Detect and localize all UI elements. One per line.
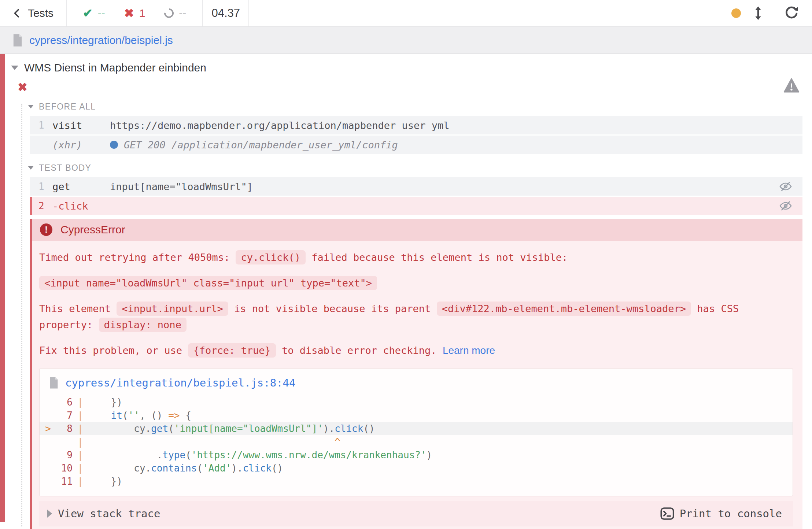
command-message: GET 200 /application/mapbender_user_yml/… (110, 139, 802, 151)
learn-more-link[interactable]: Learn more (443, 345, 495, 356)
error-block: ! CypressError Timed out retrying after … (30, 219, 802, 529)
command-message: input[name="loadWmsUrl"] (110, 181, 802, 192)
suite-title-row[interactable]: WMS Dienst in Mapbender einbinden (0, 60, 812, 76)
command-number: 1 (38, 120, 52, 131)
line-number: 8 (56, 423, 73, 434)
code-snippet: 6| })7| it('', () => {>8| cy.get('input[… (40, 396, 793, 488)
refresh-icon[interactable] (784, 6, 799, 21)
command-number: 2 (38, 200, 52, 211)
code-content: }) (88, 476, 122, 487)
code-chip: cy.click() (236, 250, 306, 264)
code-line: | ^ (40, 435, 793, 448)
line-number: 10 (56, 463, 73, 474)
guide-dotted-line (21, 104, 22, 526)
test-result-row: ✖ (0, 79, 812, 95)
passed-count: -- (98, 7, 105, 19)
test-stats: ✔ -- ✖ 1 -- (67, 0, 203, 26)
back-label: Tests (28, 7, 53, 19)
spec-file-bar: cypress/integration/beispiel.js (0, 27, 812, 54)
status-dot (731, 8, 741, 18)
caret-marker: ^ (88, 436, 340, 447)
line-number: 7 (56, 410, 73, 421)
xhr-status-dot (110, 141, 118, 149)
section-label: TEST BODY (39, 163, 91, 173)
code-line: 10| cy.contains('Add').click() (40, 462, 793, 475)
failed-stat[interactable]: ✖ 1 (124, 7, 145, 19)
warning-triangle-icon (783, 78, 800, 94)
view-stack-trace-toggle[interactable]: View stack trace (58, 507, 160, 520)
top-toolbar: Tests ✔ -- ✖ 1 -- 04.37 (0, 0, 812, 27)
code-line: 11| }) (40, 475, 793, 488)
error-exclamation-icon: ! (40, 223, 52, 236)
passed-stat[interactable]: ✔ -- (83, 7, 105, 19)
command-row[interactable]: 1visithttps://demo.mapbender.org/applica… (30, 116, 802, 134)
spinner-icon (162, 7, 176, 20)
line-number: 9 (56, 450, 73, 460)
error-paragraph: <input name="loadWmsUrl" class="input ur… (39, 275, 793, 291)
error-footer: View stack trace Print to console (39, 501, 793, 526)
suite-title: WMS Dienst in Mapbender einbinden (24, 62, 206, 74)
code-line: 7| it('', () => { (40, 409, 793, 422)
section-header-test-body[interactable]: TEST BODY (0, 162, 812, 174)
code-chip: <input name="loadWmsUrl" class="input ur… (39, 276, 377, 290)
code-content: cy.get('input[name="loadWmsUrl"]').click… (88, 423, 375, 434)
error-body: Timed out retrying after 4050ms: cy.clic… (32, 241, 802, 529)
command-list-test-body: 1getinput[name="loadWmsUrl"]2-click (30, 177, 802, 215)
back-to-tests-button[interactable]: Tests (0, 0, 67, 26)
topbar-right-controls (731, 0, 812, 26)
command-method: visit (52, 120, 110, 131)
spec-file-link[interactable]: cypress/integration/beispiel.js (29, 34, 173, 47)
code-line: >8| cy.get('input[name="loadWmsUrl"]').c… (40, 422, 793, 435)
auto-scroll-icon[interactable] (753, 6, 763, 20)
command-message: https://demo.mapbender.org/application/m… (110, 120, 802, 131)
code-content: cy.contains('Add').click() (88, 463, 283, 474)
error-paragraph: Fix this problem, or use {force: true} t… (39, 343, 793, 359)
test-panel: WMS Dienst in Mapbender einbinden ✖ BEFO… (0, 54, 812, 529)
line-number: 11 (56, 476, 73, 487)
command-method: -click (52, 200, 110, 212)
file-icon (12, 34, 23, 47)
line-number: 6 (56, 397, 73, 408)
pending-count: -- (179, 7, 186, 19)
command-row[interactable]: 1getinput[name="loadWmsUrl"] (30, 177, 802, 196)
code-content: ^ (88, 436, 340, 447)
chevron-left-icon (12, 8, 22, 19)
terminal-icon (660, 506, 675, 521)
hidden-eye-slash-icon (779, 199, 792, 212)
command-row[interactable]: 2-click (30, 197, 802, 215)
print-to-console-button[interactable]: Print to console (660, 506, 782, 521)
code-content: it('', () => { (88, 410, 191, 421)
error-line-marker: > (40, 423, 56, 434)
pending-stat[interactable]: -- (164, 7, 186, 19)
command-method: (xhr) (52, 139, 110, 151)
code-line: 6| }) (40, 396, 793, 409)
code-chip: {force: true} (188, 343, 276, 358)
error-name: CypressError (60, 223, 125, 236)
failed-count: 1 (139, 7, 145, 19)
command-list-before-all: 1visithttps://demo.mapbender.org/applica… (30, 116, 802, 154)
x-icon: ✖ (124, 7, 134, 19)
command-number: 1 (38, 181, 52, 192)
code-chip: display: none (99, 318, 187, 332)
section-header-before-all[interactable]: BEFORE ALL (0, 101, 812, 112)
command-row[interactable]: (xhr)GET 200 /application/mapbender_user… (30, 136, 802, 154)
code-content: }) (88, 397, 122, 408)
collapse-triangle-icon (28, 166, 34, 170)
collapse-triangle-icon (28, 105, 34, 108)
test-timer: 04.37 (203, 0, 249, 26)
print-to-console-label: Print to console (680, 507, 782, 520)
error-message: Timed out retrying after 4050ms: cy.clic… (39, 249, 793, 359)
code-frame: cypress/integration/beispiel.js:8:44 6| … (39, 368, 793, 496)
code-line: 9| .type('https://www.wms.nrw.de/wms/kra… (40, 448, 793, 462)
test-body-container: BEFORE ALL 1visithttps://demo.mapbender.… (0, 101, 812, 529)
code-frame-header: cypress/integration/beispiel.js:8:44 (40, 369, 793, 396)
section-label: BEFORE ALL (39, 102, 96, 112)
code-content: .type('https://www.wms.nrw.de/wms/kranke… (88, 450, 432, 460)
check-icon: ✔ (83, 7, 93, 19)
error-header: ! CypressError (32, 219, 802, 241)
file-icon (49, 377, 59, 389)
error-paragraph: This element <input.input.url> is not vi… (39, 301, 793, 333)
expand-triangle-icon (47, 510, 52, 518)
collapse-triangle-icon (11, 66, 18, 70)
code-frame-file-link[interactable]: cypress/integration/beispiel.js:8:44 (65, 377, 296, 389)
